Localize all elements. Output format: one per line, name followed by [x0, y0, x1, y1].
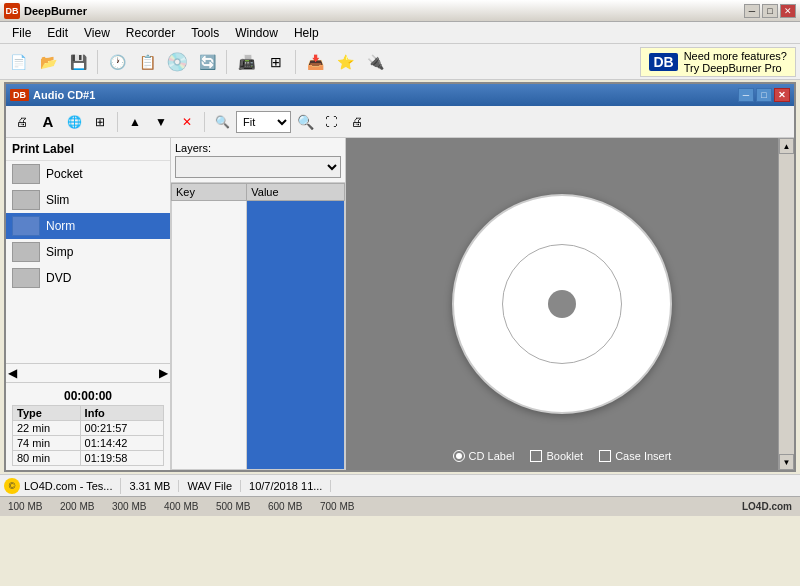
col-info: Info — [80, 406, 163, 421]
info-80: 01:19:58 — [80, 451, 163, 466]
layers-select[interactable] — [175, 156, 341, 178]
menu-view[interactable]: View — [76, 24, 118, 42]
right-scrollbar[interactable]: ▲ ▼ — [778, 138, 794, 470]
status-date: 10/7/2018 11... — [249, 480, 331, 492]
canvas-labels: CD Label Booklet Case Insert — [346, 450, 778, 462]
star-button[interactable]: ⭐ — [331, 48, 359, 76]
grid2-btn[interactable]: ⊞ — [88, 110, 112, 134]
label-item-slim[interactable]: Slim — [6, 187, 170, 213]
dvd-label: DVD — [46, 271, 71, 285]
time-display: 00:00:00 — [12, 387, 164, 405]
inner-minimize[interactable]: ─ — [738, 88, 754, 102]
kv-key-1[interactable] — [172, 201, 247, 470]
simp-label: Simp — [46, 245, 73, 259]
main-toolbar: 📄 📂 💾 🕐 📋 💿 🔄 📠 ⊞ 📥 ⭐ 🔌 DB Need more fea… — [0, 44, 800, 80]
inner-app-icon: DB — [10, 89, 29, 101]
zoom-dropdown[interactable]: Fit 25% 50% 75% 100% 150% 200% — [236, 111, 291, 133]
bar-label-400: 400 MB — [164, 501, 214, 512]
kv-value-1[interactable] — [247, 201, 345, 470]
kv-col-key: Key — [172, 184, 247, 201]
down-btn[interactable]: ▼ — [149, 110, 173, 134]
inner-controls: ─ □ ✕ — [738, 88, 790, 102]
menu-recorder[interactable]: Recorder — [118, 24, 183, 42]
menu-file[interactable]: File — [4, 24, 39, 42]
window-controls: ─ □ ✕ — [744, 4, 796, 18]
up-btn[interactable]: ▲ — [123, 110, 147, 134]
type-22: 22 min — [13, 421, 81, 436]
print2-btn[interactable]: 🖨 — [345, 110, 369, 134]
status-icon: © — [4, 478, 20, 494]
menu-help[interactable]: Help — [286, 24, 327, 42]
new-button[interactable]: 📄 — [4, 48, 32, 76]
middle-panel: Layers: Key Value — [171, 138, 346, 470]
inner-sep — [117, 112, 118, 132]
inner-window-title: Audio CD#1 — [33, 89, 95, 101]
label-item-pocket[interactable]: Pocket — [6, 161, 170, 187]
text-btn[interactable]: A — [36, 110, 60, 134]
app-icon: DB — [4, 3, 20, 19]
inner-sep2 — [204, 112, 205, 132]
scroll-left[interactable]: ◀ — [8, 366, 17, 380]
cd-button[interactable]: 💿 — [163, 48, 191, 76]
plug-button[interactable]: 🔌 — [361, 48, 389, 76]
zoom-out-btn[interactable]: 🔍 — [210, 110, 234, 134]
menu-window[interactable]: Window — [227, 24, 286, 42]
pocket-label: Pocket — [46, 167, 83, 181]
status-size-text: 3.31 MB — [129, 480, 170, 492]
lo4d-logo: LO4D.com — [742, 501, 792, 512]
inner-toolbar: 🖨 A 🌐 ⊞ ▲ ▼ ✕ 🔍 Fit 25% 50% 75% 100% 150… — [6, 106, 794, 138]
inner-close[interactable]: ✕ — [774, 88, 790, 102]
promo-banner[interactable]: DB Need more features? Try DeepBurner Pr… — [640, 47, 796, 77]
cd-label-text: CD Label — [469, 450, 515, 462]
case-insert-text: Case Insert — [615, 450, 671, 462]
bar-label-500: 500 MB — [216, 501, 266, 512]
earth-btn[interactable]: 🌐 — [62, 110, 86, 134]
info-22: 00:21:57 — [80, 421, 163, 436]
db-logo: DB — [649, 53, 677, 71]
separator-2 — [226, 50, 227, 74]
scroll-right[interactable]: ▶ — [159, 366, 168, 380]
info-table: Type Info 22 min 00:21:57 74 min 01:14:4… — [12, 405, 164, 466]
label-item-dvd[interactable]: DVD — [6, 265, 170, 291]
type-74: 74 min — [13, 436, 81, 451]
layers-section: Layers: — [171, 138, 345, 183]
cd-label-radio — [453, 450, 465, 462]
menu-tools[interactable]: Tools — [183, 24, 227, 42]
import-button[interactable]: 📥 — [301, 48, 329, 76]
refresh-button[interactable]: 🔄 — [193, 48, 221, 76]
bar-label-600: 600 MB — [268, 501, 318, 512]
case-insert-option[interactable]: Case Insert — [599, 450, 671, 462]
scroll-up-btn[interactable]: ▲ — [779, 138, 794, 154]
info-row-1: 22 min 00:21:57 — [13, 421, 164, 436]
cd-disc — [452, 194, 672, 414]
minimize-button[interactable]: ─ — [744, 4, 760, 18]
booklet-option[interactable]: Booklet — [530, 450, 583, 462]
info-74: 01:14:42 — [80, 436, 163, 451]
zoom-in-btn[interactable]: 🔍 — [293, 110, 317, 134]
cd-label-option[interactable]: CD Label — [453, 450, 515, 462]
status-site: © LO4D.com - Tes... — [4, 478, 121, 494]
open-button[interactable]: 📂 — [34, 48, 62, 76]
maximize-button[interactable]: □ — [762, 4, 778, 18]
print1-button[interactable]: 📠 — [232, 48, 260, 76]
aspect-btn[interactable]: ⛶ — [319, 110, 343, 134]
copy-button[interactable]: 📋 — [133, 48, 161, 76]
label-item-norm[interactable]: Norm — [6, 213, 170, 239]
scroll-down-btn[interactable]: ▼ — [779, 454, 794, 470]
status-size: 3.31 MB — [129, 480, 179, 492]
print-icon-btn[interactable]: 🖨 — [10, 110, 34, 134]
title-bar: DB DeepBurner ─ □ ✕ — [0, 0, 800, 22]
save-button[interactable]: 💾 — [64, 48, 92, 76]
inner-maximize[interactable]: □ — [756, 88, 772, 102]
grid-button[interactable]: ⊞ — [262, 48, 290, 76]
type-info-section: 00:00:00 Type Info 22 min 00:21:57 — [6, 382, 170, 470]
bar-label-700: 700 MB — [320, 501, 370, 512]
scroll-arrows: ◀ ▶ — [6, 363, 170, 382]
slim-label: Slim — [46, 193, 69, 207]
menu-edit[interactable]: Edit — [39, 24, 76, 42]
norm-label: Norm — [46, 219, 75, 233]
delete-btn[interactable]: ✕ — [175, 110, 199, 134]
time-button[interactable]: 🕐 — [103, 48, 131, 76]
label-item-simp[interactable]: Simp — [6, 239, 170, 265]
close-button[interactable]: ✕ — [780, 4, 796, 18]
